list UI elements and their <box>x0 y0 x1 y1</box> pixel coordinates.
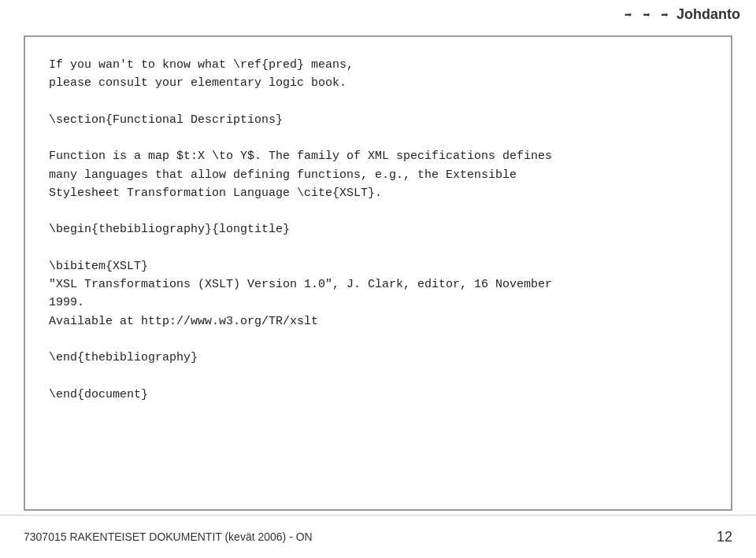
content-area: If you wan't to know what \ref{pred} mea… <box>24 35 732 511</box>
page-header: ➡ ➡ ➡ Johdanto <box>624 6 740 23</box>
page-footer: 7307015 RAKENTEISET DOKUMENTIT (kevät 20… <box>0 515 756 558</box>
chapter-title: Johdanto <box>676 6 740 23</box>
latex-content: If you wan't to know what \ref{pred} mea… <box>49 56 707 404</box>
page-number: 12 <box>717 529 732 545</box>
course-info: 7307015 RAKENTEISET DOKUMENTIT (kevät 20… <box>24 530 313 543</box>
navigation-arrows[interactable]: ➡ ➡ ➡ <box>624 7 670 23</box>
